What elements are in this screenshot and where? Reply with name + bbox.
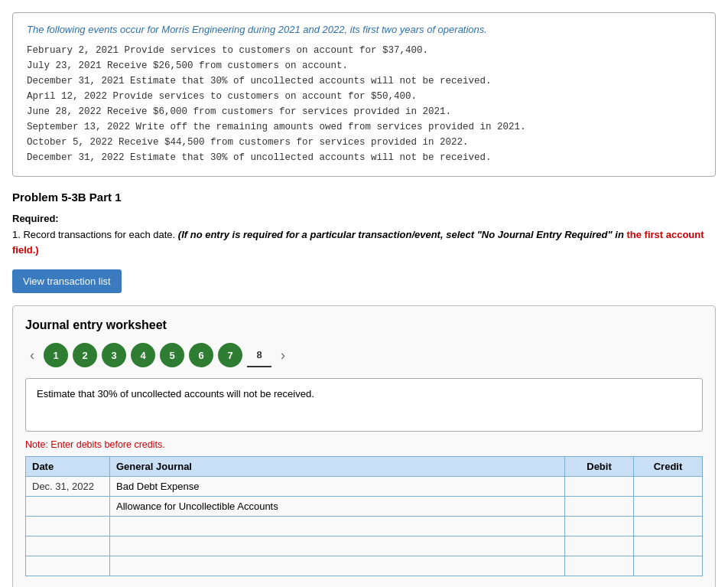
credit-input[interactable] [640, 520, 696, 532]
view-transaction-list-button[interactable]: View transaction list [12, 269, 122, 293]
journal-input[interactable] [116, 560, 558, 572]
date-cell [26, 536, 110, 556]
required-text: 1. Record transactions for each date. (I… [12, 227, 716, 257]
next-arrow[interactable]: › [276, 346, 290, 365]
event-item: June 28, 2022 Receive $6,000 from custom… [27, 104, 701, 119]
debit-input[interactable] [571, 481, 627, 492]
debit-cell[interactable] [565, 536, 634, 556]
credit-cell[interactable] [634, 556, 703, 576]
tab-5[interactable]: 5 [160, 343, 184, 367]
col-header-journal: General Journal [110, 457, 565, 477]
journal-input[interactable] [116, 520, 558, 532]
date-cell: Dec. 31, 2022 [26, 477, 110, 497]
worksheet-title: Journal entry worksheet [25, 318, 703, 332]
date-cell [26, 497, 110, 517]
tab-6[interactable]: 6 [189, 343, 213, 367]
debit-cell[interactable] [565, 517, 634, 536]
tab-navigation: ‹ 12345678 › [25, 343, 703, 367]
events-table: February 2, 2021 Provide services to cus… [27, 43, 701, 165]
col-header-debit: Debit [565, 457, 634, 477]
col-header-date: Date [26, 457, 110, 477]
event-item: February 2, 2021 Provide services to cus… [27, 43, 701, 58]
credit-cell[interactable] [634, 477, 703, 497]
credit-input[interactable] [640, 560, 696, 572]
journal-cell[interactable] [110, 517, 565, 536]
debit-input[interactable] [571, 501, 627, 512]
debit-input[interactable] [571, 520, 627, 532]
required-section: Required: 1. Record transactions for eac… [12, 213, 716, 257]
worksheet-panel: Journal entry worksheet ‹ 12345678 › Est… [12, 305, 716, 587]
required-text-1: 1. Record transactions for each date. [12, 229, 175, 240]
journal-input[interactable] [116, 501, 558, 512]
date-cell [26, 517, 110, 536]
credit-cell[interactable] [634, 517, 703, 536]
event-item: December 31, 2021 Estimate that 30% of u… [27, 73, 701, 89]
tab-8[interactable]: 8 [247, 343, 271, 367]
credit-input[interactable] [640, 540, 696, 552]
debit-cell[interactable] [565, 556, 634, 576]
tab-7[interactable]: 7 [218, 343, 242, 367]
debit-input[interactable] [571, 560, 627, 572]
required-label: Required: [12, 213, 716, 224]
journal-cell[interactable] [110, 556, 565, 576]
description-box: Estimate that 30% of uncollected account… [25, 378, 703, 432]
tab-1[interactable]: 1 [44, 343, 68, 367]
note-text: Note: Enter debits before credits. [25, 439, 703, 450]
tab-4[interactable]: 4 [131, 343, 155, 367]
credit-cell[interactable] [634, 497, 703, 517]
event-item: December 31, 2022 Estimate that 30% of u… [27, 150, 701, 165]
table-row [26, 517, 703, 536]
journal-input[interactable] [116, 540, 558, 552]
credit-input[interactable] [640, 481, 696, 492]
date-cell [26, 556, 110, 576]
description-text: Estimate that 30% of uncollected account… [37, 388, 314, 399]
journal-cell[interactable] [110, 536, 565, 556]
problem-header: Problem 5-3B Part 1 [12, 191, 716, 204]
table-row: Dec. 31, 2022 [26, 477, 703, 497]
debit-cell[interactable] [565, 497, 634, 517]
events-intro: The following events occur for Morris En… [27, 24, 701, 35]
credit-input[interactable] [640, 501, 696, 512]
event-item: October 5, 2022 Receive $44,500 from cus… [27, 135, 701, 150]
event-item: September 13, 2022 Write off the remaini… [27, 119, 701, 135]
event-item: July 23, 2021 Receive $26,500 from custo… [27, 58, 701, 73]
col-header-credit: Credit [634, 457, 703, 477]
required-text-bold: (If no entry is required for a particula… [178, 229, 627, 240]
journal-cell[interactable] [110, 497, 565, 517]
tab-2[interactable]: 2 [73, 343, 97, 367]
table-row [26, 556, 703, 576]
debit-cell[interactable] [565, 477, 634, 497]
prev-arrow[interactable]: ‹ [25, 346, 39, 365]
debit-input[interactable] [571, 540, 627, 552]
tab-3[interactable]: 3 [102, 343, 126, 367]
credit-cell[interactable] [634, 536, 703, 556]
journal-table: Date General Journal Debit Credit Dec. 3… [25, 456, 703, 576]
journal-input[interactable] [116, 481, 558, 492]
journal-cell[interactable] [110, 477, 565, 497]
table-row [26, 536, 703, 556]
event-item: April 12, 2022 Provide services to custo… [27, 89, 701, 104]
events-box: The following events occur for Morris En… [12, 12, 716, 177]
table-row [26, 497, 703, 517]
